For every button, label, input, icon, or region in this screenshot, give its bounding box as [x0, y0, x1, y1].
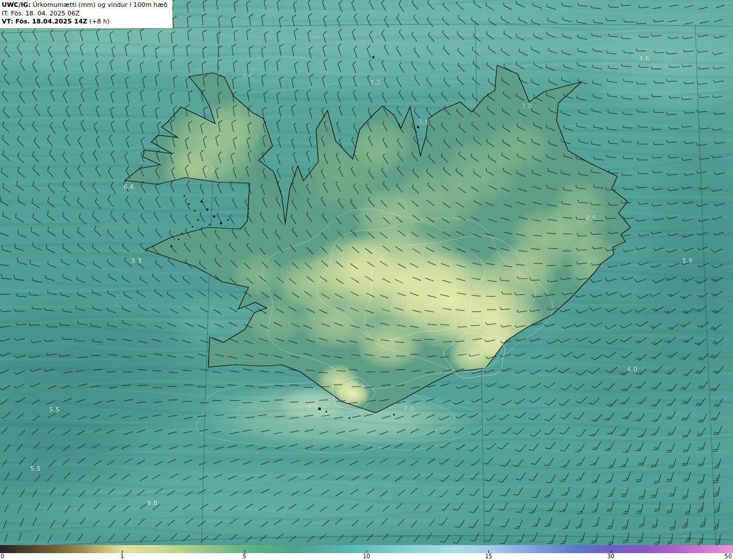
- colorbar-tick-label: 15: [485, 553, 492, 560]
- model-id-label: UWC/IG:: [2, 1, 31, 9]
- colorbar-tick-label: 1: [120, 553, 124, 560]
- valid-time-label: VT:: [2, 18, 13, 25]
- colorbar-tick-label: 10: [363, 553, 371, 560]
- init-time-value: Fös. 18. 04. 2025 06Z: [9, 10, 80, 17]
- valid-time-value: Fös. 18.04.2025 14Z: [13, 18, 88, 25]
- title-line: UWC/IG: Úrkomumætti (mm) og vindur í 100…: [2, 1, 167, 10]
- map-title-box: UWC/IG: Úrkomumætti (mm) og vindur í 100…: [0, 0, 172, 28]
- valid-time-offset: (+8 h): [88, 18, 110, 25]
- colorbar-tick-label: 0: [0, 553, 4, 560]
- colorbar-ticks: 01510153050: [0, 553, 733, 560]
- valid-time-line: VT: Fös. 18.04.2025 14Z (+8 h): [2, 18, 167, 26]
- colorbar-tick-label: 30: [607, 553, 614, 560]
- weather-map-app: 4.67.47.37.07.53.26.62.63.93.37.94.02.67…: [0, 0, 733, 560]
- colorbar-gradient: [0, 545, 733, 553]
- colorbar-tick-label: 5: [242, 553, 246, 560]
- init-time-line: IT: Fös. 18. 04. 2025 06Z: [2, 10, 167, 18]
- colorbar: 01510153050: [0, 545, 733, 560]
- map-title: Úrkomumætti (mm) og vindur í 100m hæð: [31, 1, 168, 9]
- colorbar-tick-label: 50: [724, 553, 733, 560]
- init-time-label: IT:: [2, 10, 9, 17]
- weather-map-canvas: [0, 0, 733, 545]
